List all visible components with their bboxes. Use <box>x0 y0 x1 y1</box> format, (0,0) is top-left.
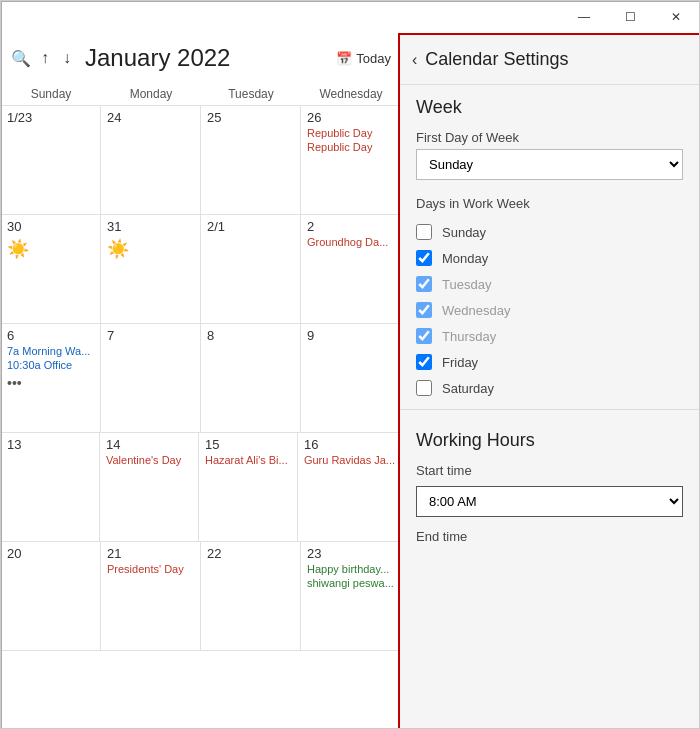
day-number: 26 <box>307 110 395 125</box>
calendar-event[interactable]: Republic Day <box>307 141 395 153</box>
cal-day[interactable]: 24 <box>101 106 201 214</box>
day-number: 13 <box>7 437 93 452</box>
calendar-event[interactable]: shiwangi peswa... <box>307 577 395 589</box>
day-wednesday-label[interactable]: Wednesday <box>442 303 510 318</box>
cal-day[interactable]: 9 <box>301 324 401 432</box>
day-wednesday-item: Wednesday <box>416 297 683 323</box>
first-day-label: First Day of Week <box>400 122 699 149</box>
day-saturday-label[interactable]: Saturday <box>442 381 494 396</box>
first-day-select[interactable]: Sunday Monday Tuesday Wednesday Thursday… <box>416 149 683 180</box>
calendar-week-3: 6 7a Morning Wa... 10:30a Office ••• 7 8… <box>1 324 401 433</box>
divider <box>400 409 699 410</box>
working-hours-title: Working Hours <box>400 422 699 455</box>
day-tuesday-label[interactable]: Tuesday <box>442 277 491 292</box>
calendar-area: 🔍 ↑ ↓ January 2022 📅 Today Sunday Monday… <box>1 33 401 729</box>
day-tuesday-checkbox[interactable] <box>416 276 432 292</box>
calendar-event[interactable]: Guru Ravidas Ja... <box>304 454 395 466</box>
start-time-select[interactable]: 6:00 AM 6:30 AM 7:00 AM 7:30 AM 8:00 AM … <box>417 487 682 516</box>
calendar-event[interactable]: Happy birthday... <box>307 563 395 575</box>
minimize-button[interactable]: — <box>561 1 607 33</box>
cal-day[interactable]: 2/1 <box>201 215 301 323</box>
cal-day[interactable]: 21 Presidents' Day <box>101 542 201 650</box>
day-friday-label[interactable]: Friday <box>442 355 478 370</box>
day-sunday-label[interactable]: Sunday <box>442 225 486 240</box>
weather-icon: ☀️ <box>7 238 29 260</box>
end-time-label: End time <box>400 521 699 548</box>
day-saturday-item: Saturday <box>416 375 683 401</box>
week-section-title: Week <box>400 89 699 122</box>
nav-down-button[interactable]: ↓ <box>59 47 75 69</box>
cal-day[interactable]: 26 Republic Day Republic Day <box>301 106 401 214</box>
working-hours-section: Working Hours Start time 6:00 AM 6:30 AM… <box>400 414 699 556</box>
day-monday-label[interactable]: Monday <box>442 251 488 266</box>
day-wednesday-checkbox[interactable] <box>416 302 432 318</box>
more-events[interactable]: ••• <box>7 375 94 391</box>
weather-icon: ☀️ <box>107 238 129 260</box>
day-sunday-checkbox[interactable] <box>416 224 432 240</box>
day-number: 9 <box>307 328 395 343</box>
cal-day[interactable]: 6 7a Morning Wa... 10:30a Office ••• <box>1 324 101 432</box>
cal-day[interactable]: 31 ☀️ <box>101 215 201 323</box>
day-number: 2/1 <box>207 219 294 234</box>
calendar-event[interactable]: Valentine's Day <box>106 454 192 466</box>
calendar-event[interactable]: Hazarat Ali's Bi... <box>205 454 291 466</box>
close-button[interactable]: ✕ <box>653 1 699 33</box>
calendar-week-5: 20 21 Presidents' Day 22 23 Happy birthd… <box>1 542 401 651</box>
calendar-header: Sunday Monday Tuesday Wednesday <box>1 83 401 106</box>
calendar-event[interactable]: 10:30a Office <box>7 359 94 371</box>
calendar-toolbar: 🔍 ↑ ↓ January 2022 📅 Today <box>1 33 401 83</box>
cal-day[interactable]: 25 <box>201 106 301 214</box>
day-thursday-label[interactable]: Thursday <box>442 329 496 344</box>
calendar-week-1: 1/23 24 25 26 Republic Day Republic Day <box>1 106 401 215</box>
cal-day[interactable]: 22 <box>201 542 301 650</box>
day-number: 22 <box>207 546 294 561</box>
cal-day[interactable]: 20 <box>1 542 101 650</box>
cal-day[interactable]: 7 <box>101 324 201 432</box>
day-friday-item: Friday <box>416 349 683 375</box>
cal-day[interactable]: 8 <box>201 324 301 432</box>
day-number: 24 <box>107 110 194 125</box>
day-friday-checkbox[interactable] <box>416 354 432 370</box>
day-saturday-checkbox[interactable] <box>416 380 432 396</box>
day-monday-checkbox[interactable] <box>416 250 432 266</box>
calendar-event[interactable]: Republic Day <box>307 127 395 139</box>
calendar-event[interactable]: Presidents' Day <box>107 563 194 575</box>
day-number: 25 <box>207 110 294 125</box>
start-time-label: Start time <box>400 455 699 482</box>
back-button[interactable]: ‹ <box>412 51 417 69</box>
cal-day[interactable]: 1/23 <box>1 106 101 214</box>
title-bar: — ☐ ✕ <box>0 1 699 33</box>
day-number: 16 <box>304 437 395 452</box>
nav-up-button[interactable]: ↑ <box>37 47 53 69</box>
calendar-title: January 2022 <box>85 44 330 72</box>
day-number: 7 <box>107 328 194 343</box>
day-number: 20 <box>7 546 94 561</box>
day-number: 21 <box>107 546 194 561</box>
cal-day[interactable]: 15 Hazarat Ali's Bi... <box>199 433 298 541</box>
work-week-label: Days in Work Week <box>400 188 699 215</box>
cal-day[interactable]: 2 Groundhog Da... <box>301 215 401 323</box>
today-label: Today <box>356 51 391 66</box>
day-number: 6 <box>7 328 94 343</box>
maximize-button[interactable]: ☐ <box>607 1 653 33</box>
cal-day[interactable]: 16 Guru Ravidas Ja... <box>298 433 401 541</box>
day-number: 15 <box>205 437 291 452</box>
calendar-event[interactable]: Groundhog Da... <box>307 236 395 248</box>
start-time-wrapper: 6:00 AM 6:30 AM 7:00 AM 7:30 AM 8:00 AM … <box>416 486 683 517</box>
day-tuesday-item: Tuesday <box>416 271 683 297</box>
day-number: 31 <box>107 219 194 234</box>
header-monday: Monday <box>101 83 201 105</box>
calendar-week-4: 13 14 Valentine's Day 15 Hazarat Ali's B… <box>1 433 401 542</box>
settings-title: Calendar Settings <box>425 49 568 70</box>
calendar-icon: 📅 <box>336 51 352 66</box>
cal-day[interactable]: 23 Happy birthday... shiwangi peswa... <box>301 542 401 650</box>
search-icon[interactable]: 🔍 <box>11 49 31 68</box>
calendar-event[interactable]: 7a Morning Wa... <box>7 345 94 357</box>
cal-day[interactable]: 30 ☀️ <box>1 215 101 323</box>
cal-day[interactable]: 13 <box>1 433 100 541</box>
cal-day[interactable]: 14 Valentine's Day <box>100 433 199 541</box>
day-thursday-checkbox[interactable] <box>416 328 432 344</box>
today-button[interactable]: 📅 Today <box>336 51 391 66</box>
day-number: 2 <box>307 219 395 234</box>
day-number: 30 <box>7 219 94 234</box>
